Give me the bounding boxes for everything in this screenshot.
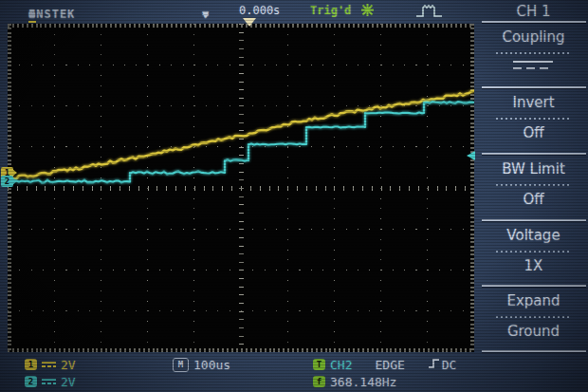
bottom-status-bar: 1 2V M 100us T CH2 EDGE DC 2 2V	[0, 354, 588, 392]
ch2-ground-marker[interactable]: 2	[1, 176, 13, 187]
frequency-icon: f	[313, 376, 325, 387]
menu-item-value: Off	[479, 191, 588, 208]
dotted-divider	[496, 251, 571, 252]
trigger-readout: T CH2 EDGE DC	[313, 356, 456, 373]
waveform-traces	[8, 24, 474, 352]
menu-item-value: Ground	[479, 323, 588, 340]
dotted-divider	[496, 118, 571, 120]
triangle-down-icon: ▼	[202, 8, 211, 21]
waveform-screen: 1 2	[8, 24, 474, 352]
ch1-scale: 2V	[61, 358, 76, 372]
soft-menu-sidebar: CH 1 Coupling Invert Off BW Limit Off Vo…	[479, 0, 588, 352]
menu-item-coupling[interactable]: Coupling	[479, 23, 588, 87]
menu-item-value: 1X	[479, 257, 588, 274]
frequency-readout: f 368.148Hz	[313, 373, 396, 390]
ch2-dc-coupling-icon	[42, 377, 56, 386]
ch1-badge-icon: 1	[25, 359, 37, 370]
main-timebase-icon: M	[173, 358, 189, 372]
ch2-badge-icon: 2	[25, 376, 37, 387]
oscilloscope-display: GωINSTEK ∨→▼ 0.000s Trig'd 1 2 CH 1 Coup…	[0, 0, 588, 392]
ch1-readout: 1 2V	[25, 356, 76, 373]
menu-item-voltage[interactable]: Voltage 1X	[479, 221, 588, 286]
menu-item-label: BW Limit	[479, 160, 588, 177]
dotted-divider	[496, 52, 571, 54]
menu-item-bw-limit[interactable]: BW Limit Off	[479, 155, 588, 219]
trigger-position-readout: 0.000s	[239, 4, 280, 17]
menu-item-label: Expand	[479, 292, 588, 309]
menu-item-value: Off	[479, 124, 588, 141]
trigger-position-marker[interactable]	[243, 18, 256, 27]
dotted-divider	[496, 316, 571, 318]
trigger-source-icon: T	[313, 359, 325, 370]
top-status-bar: GωINSTEK ∨→▼ 0.000s Trig'd	[0, 0, 479, 24]
pulse-waveform-icon	[415, 4, 444, 21]
menu-item-expand[interactable]: Expand Ground	[479, 287, 588, 351]
rising-edge-icon	[428, 357, 440, 373]
menu-item-label: Invert	[479, 94, 588, 111]
menu-item-label: Voltage	[479, 227, 588, 244]
trigger-type: EDGE	[375, 358, 404, 372]
menu-separator	[482, 350, 586, 352]
menu-item-invert[interactable]: Invert Off	[479, 88, 588, 153]
timebase-value: 100us	[193, 358, 230, 372]
menu-item-label: Coupling	[479, 28, 588, 46]
ch2-scale: 2V	[61, 375, 76, 389]
frequency-value: 368.148Hz	[330, 375, 396, 389]
trigger-status: Trig'd	[310, 4, 351, 17]
acquisition-spinner-icon	[361, 4, 374, 19]
trigger-coupling: DC	[442, 358, 457, 372]
dotted-divider	[496, 184, 571, 186]
ch1-dc-coupling-icon	[42, 360, 56, 369]
trigger-source: CH2	[330, 358, 352, 372]
timebase-readout: M 100us	[173, 356, 230, 373]
menu-title: CH 1	[479, 3, 588, 20]
trigger-level-marker[interactable]	[467, 151, 475, 160]
dc-coupling-icon	[513, 61, 553, 69]
ch2-readout: 2 2V	[25, 373, 76, 390]
